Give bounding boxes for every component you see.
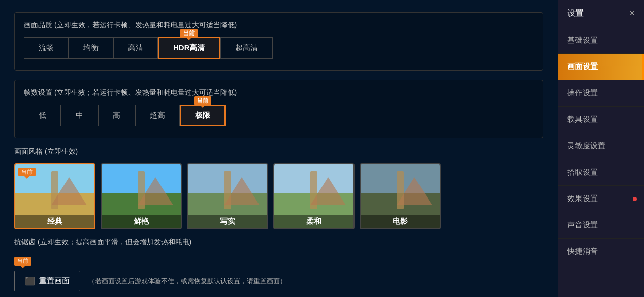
antialias-title: 抗锯齿 (立即生效；提高画面平滑，但会增加发热和耗电) [14, 238, 543, 247]
sidebar-item-effects[interactable]: 效果设置 [558, 186, 644, 212]
reset-btn-label: 重置画面 [39, 276, 70, 286]
close-button[interactable]: × [629, 8, 635, 19]
quality-btn-smooth[interactable]: 流畅 [24, 37, 69, 59]
style-film-label: 电影 [361, 215, 440, 228]
quality-section: 画面品质 (立即生效，若运行卡顿、发热量和耗电量过大可适当降低) 流畅 均衡 高… [14, 12, 543, 71]
style-thumb-film[interactable]: 电影 [360, 163, 441, 229]
style-thumb-classic[interactable]: 当前 经典 [14, 163, 95, 229]
frames-btn-extreme[interactable]: 当前 极限 [180, 105, 226, 126]
style-title: 画面风格 (立即生效) [14, 147, 543, 156]
reset-button[interactable]: ⬛ 重置画面 [14, 271, 80, 291]
frames-btn-group: 低 中 高 超高 当前 极限 [24, 105, 534, 126]
quality-btn-ultra[interactable]: 超高清 [220, 37, 273, 59]
quality-current-badge: 当前 [180, 29, 198, 38]
quality-btn-hdr[interactable]: 当前 HDR高清 [158, 37, 220, 59]
reset-icon: ⬛ [25, 276, 35, 286]
reset-hint: （若画面设置后游戏体验不佳，或需恢复默认认设置，请重置画面） [88, 277, 286, 286]
sidebar-item-control[interactable]: 操作设置 [558, 80, 644, 107]
style-thumb-real[interactable]: 写实 [187, 163, 268, 229]
frames-btn-low[interactable]: 低 [24, 105, 61, 126]
quality-btn-hd[interactable]: 高清 [113, 37, 158, 59]
settings-title: 设置 [567, 8, 584, 19]
style-grid: 当前 经典 鲜艳 写实 柔和 电影 [14, 163, 543, 229]
style-soft-label: 柔和 [274, 215, 353, 228]
sidebar-item-basic[interactable]: 基础设置 [558, 27, 644, 54]
quality-btn-balanced[interactable]: 均衡 [69, 37, 113, 59]
antialias-section: 抗锯齿 (立即生效；提高画面平滑，但会增加发热和耗电) 当前 [14, 238, 543, 266]
frames-current-badge: 当前 [194, 96, 211, 105]
frames-title: 帧数设置 (立即生效；若运行卡顿、发热量和耗电量过大可适当降低) [24, 88, 534, 97]
sidebar-item-sensitivity[interactable]: 灵敏度设置 [558, 133, 644, 159]
sidebar-item-quick[interactable]: 快捷消音 [558, 239, 644, 265]
reset-area: ⬛ 重置画面 （若画面设置后游戏体验不佳，或需恢复默认认设置，请重置画面） [14, 271, 543, 291]
sidebar-header: 设置 × [558, 0, 644, 27]
sidebar: 设置 × 基础设置 画面设置 操作设置 载具设置 灵敏度设置 拾取设置 效果设置… [558, 0, 644, 297]
style-real-label: 写实 [188, 215, 267, 228]
style-section: 画面风格 (立即生效) 当前 经典 鲜艳 写实 柔和 电影 [14, 147, 543, 229]
quality-title: 画面品质 (立即生效，若运行卡顿、发热量和耗电量过大可适当降低) [24, 21, 534, 30]
antialias-current-badge: 当前 [14, 257, 31, 266]
frames-btn-ultra[interactable]: 超高 [135, 105, 180, 126]
frames-btn-mid[interactable]: 中 [61, 105, 98, 126]
style-current-badge: 当前 [18, 168, 36, 176]
quality-btn-group: 流畅 均衡 高清 当前 HDR高清 超高清 [24, 37, 534, 59]
style-thumb-soft[interactable]: 柔和 [273, 163, 355, 229]
style-thumb-vivid[interactable]: 鲜艳 [101, 163, 182, 229]
frames-section: 帧数设置 (立即生效；若运行卡顿、发热量和耗电量过大可适当降低) 低 中 高 超… [14, 80, 543, 138]
style-classic-label: 经典 [15, 215, 94, 228]
sidebar-item-display[interactable]: 画面设置 [558, 54, 644, 80]
sidebar-item-vehicle[interactable]: 载具设置 [558, 107, 644, 133]
main-content: 画面品质 (立即生效，若运行卡顿、发热量和耗电量过大可适当降低) 流畅 均衡 高… [0, 0, 558, 297]
sidebar-item-pickup[interactable]: 拾取设置 [558, 159, 644, 186]
frames-btn-high[interactable]: 高 [98, 105, 135, 126]
sidebar-item-sound[interactable]: 声音设置 [558, 212, 644, 239]
style-vivid-label: 鲜艳 [102, 215, 181, 228]
